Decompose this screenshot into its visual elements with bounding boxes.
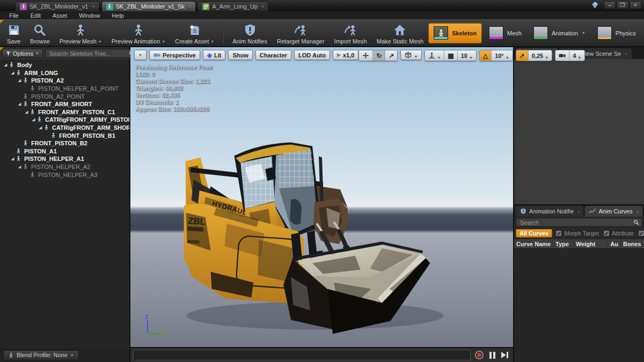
anim-notifies-button[interactable]: Anim Notifies [228,20,272,46]
all-curves-button[interactable]: All Curves [516,229,552,238]
column-header-type[interactable]: Type [553,241,573,247]
column-header-weight[interactable]: Weight [573,241,606,247]
scale-snap-value-button[interactable]: 0,25 ▼ [529,50,552,61]
create-asset-button[interactable]: Create Asset▼ [170,20,219,46]
bone-row-piston-helper-a3[interactable]: PISTON_HELPER_A3 [0,171,129,179]
expander-icon[interactable]: ◢ [17,165,23,169]
preview-animation-button[interactable]: Preview Animation▼ [107,20,170,46]
import-mesh-button[interactable]: Import Mesh [330,20,372,46]
bone-row-front-piston-b1[interactable]: FRONT_PISTON_B1 [0,131,129,139]
tab-anim-curves[interactable]: Anim Curves× [585,206,642,217]
mode-mesh-button[interactable]: Mesh [484,23,526,43]
tab-close-icon[interactable]: × [261,4,264,9]
column-header-curve-name[interactable]: Curve Name [514,241,553,247]
pause-button[interactable] [489,352,495,359]
filter-attribute[interactable]: ✔Attribute [603,230,634,237]
timeline-scrubber[interactable] [133,350,471,360]
record-button[interactable] [475,351,484,359]
checkbox-checked-icon[interactable]: ✔ [603,230,610,237]
x1-0-button[interactable]: ▶x1,0 [333,50,358,60]
preview-mesh-button[interactable]: Preview Mesh▼ [55,20,107,46]
doc-tab-sk-zbl-miniloder-v1-sk[interactable]: SK_ZBL_Miniloder_v1_Sk× [101,1,196,11]
filter-morph-target[interactable]: ✔Morph Target [555,230,599,237]
rotate-tool-button[interactable]: ↻ [373,50,385,61]
viewport-canvas[interactable]: HYDRAULIC MACH [130,47,513,347]
close-button[interactable]: × [630,1,641,9]
bone-row-piston-a2-point[interactable]: PISTON_A2_POINT [0,92,129,100]
expander-icon[interactable]: ◢ [31,117,36,122]
skeleton-tree-search-input[interactable] [48,50,127,57]
mode-physics-button[interactable]: Physics [592,23,641,43]
rotation-snap-value-button[interactable]: 10° ▼ [492,50,513,61]
checkbox-checked-icon[interactable]: ✔ [555,230,562,237]
bone-row-catrigfront-army-piston-c2[interactable]: ◢CATRigFRONT_ARMY_PISTON_C2 [0,116,129,124]
tab-close-icon[interactable]: × [636,209,639,214]
bone-row-front-army-piston-c1[interactable]: ◢FRONT_ARMY_PISTON_C1 [0,108,129,116]
lit-button[interactable]: ◆Lit [203,50,226,60]
make-static-mesh-button[interactable]: Make Static Mesh [372,20,428,46]
grid-snap-button[interactable]: ▦ [444,50,457,61]
scale-snap-button[interactable]: ↗ [516,50,529,61]
menu-item-help[interactable]: Help [106,12,130,19]
mode-skeleton-button[interactable]: Skeleton [428,23,482,43]
lod-auto-button[interactable]: LOD Auto [294,50,330,60]
minimize-button[interactable]: – [604,1,616,9]
tab-close-icon[interactable]: × [92,4,94,9]
expander-icon[interactable]: ◢ [24,110,30,114]
tab-close-icon[interactable]: × [188,4,191,9]
chevron-down-icon[interactable]: ▼ [98,40,102,43]
column-header-au[interactable]: Au [606,241,620,247]
checkbox-checked-icon[interactable]: ✔ [638,230,644,237]
chevron-down-icon[interactable]: ▼ [582,31,586,35]
step-forward-button[interactable] [501,352,508,358]
tab-animation-notifie[interactable]: Animation Notifie× [516,206,583,217]
column-header-bones[interactable]: Bones [620,241,642,247]
bone-row-piston-helper-a1[interactable]: ◢PISTON_HELPER_A1 [0,155,129,163]
mode-animation-button[interactable]: Animation▼ [529,23,590,43]
grid-snap-value-button[interactable]: 10 ▼ [458,50,476,61]
expander-icon[interactable]: ◢ [38,125,43,130]
expander-icon[interactable]: ◢ [10,157,16,161]
filter-mate[interactable]: ✔Mate [638,230,644,237]
menu-item-window[interactable]: Window [73,12,106,19]
surface-snap-button[interactable]: ▼ [425,50,444,61]
expander-icon[interactable]: ◢ [17,78,23,83]
bone-row-front-piston-b2[interactable]: FRONT_PISTON_B2 [0,139,129,147]
blend-profile-button[interactable]: Blend Profile: None ▼ [3,350,79,360]
bone-row-catrigfront-arm-shortbone0[interactable]: ◢CATRigFRONT_ARM_SHORTBone0 [0,124,129,132]
coordinate-system-button[interactable]: ▼ [400,50,422,60]
retarget-manager-button[interactable]: Retarget Manager [272,20,330,46]
show-button[interactable]: Show [228,50,252,60]
scale-tool-button[interactable]: ↗ [385,50,397,61]
doc-tab-sk-zbl-miniloder-v1[interactable]: SK_ZBL_Miniloder_v1× [15,1,100,11]
expander-icon[interactable]: ◢ [10,71,16,75]
viewport-options-button[interactable]: ▼ [134,50,147,60]
perspective-button[interactable]: Perspective [149,50,200,60]
save-button[interactable]: Save [2,20,25,46]
bone-row-piston-helper-a2[interactable]: ◢PISTON_HELPER_A2 [0,163,129,171]
menu-item-edit[interactable]: Edit [25,12,47,19]
menu-item-file[interactable]: File [3,12,25,19]
bone-row-piston-a2[interactable]: ◢PISTON_A2 [0,77,129,85]
bone-row-piston-helper-a1-point[interactable]: PISTON_HELPER_A1_POINT [0,85,129,93]
rotation-snap-button[interactable]: △ [480,50,492,61]
bone-row-front-arm-short[interactable]: ◢FRONT_ARM_SHORT [0,100,129,108]
bone-row-body[interactable]: ◢Body [0,61,129,69]
chevron-down-icon[interactable]: ▼ [162,40,165,43]
camera-speed-button[interactable] [555,50,569,61]
options-button[interactable]: Options ▼ [2,49,43,58]
bone-row-piston-a1[interactable]: PISTON_A1 [0,147,129,156]
character-button[interactable]: Character [255,50,291,60]
menu-item-asset[interactable]: Asset [47,12,74,19]
tab-close-icon[interactable]: × [625,51,627,56]
expander-icon[interactable]: ◢ [17,102,23,106]
translate-tool-button[interactable] [359,50,373,61]
browse-button[interactable]: Browse [25,20,55,46]
tab-close-icon[interactable]: × [577,209,580,214]
curves-search-input[interactable] [519,219,631,226]
expander-icon[interactable]: ◢ [3,63,9,67]
bone-row-arm-long[interactable]: ◢ARM_LONG [0,69,129,77]
camera-speed-value-button[interactable]: 4 ▼ [569,50,584,61]
chevron-down-icon[interactable]: ▼ [210,40,214,43]
doc-tab-a-arm-long-up[interactable]: A_Arm_Long_Up× [197,1,269,11]
